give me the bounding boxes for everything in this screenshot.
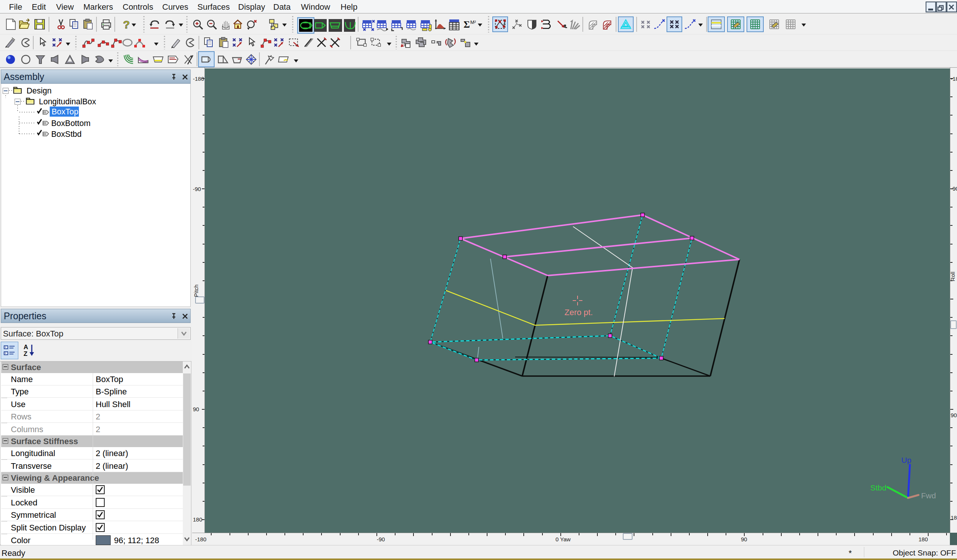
svg-text:Fwd: Fwd	[921, 491, 936, 500]
svg-text:+: +	[5, 352, 6, 355]
svg-text:Up: Up	[901, 456, 911, 464]
svg-text:Stbd: Stbd	[870, 483, 886, 492]
svg-text:Σ: Σ	[464, 19, 470, 30]
svg-text:+: +	[5, 345, 6, 349]
svg-text:A: A	[24, 344, 28, 351]
svg-text:Zero pt.: Zero pt.	[564, 308, 593, 317]
svg-text:Z: Z	[24, 350, 27, 357]
svg-text:?: ?	[123, 18, 130, 31]
svg-text:M²: M²	[470, 19, 476, 25]
